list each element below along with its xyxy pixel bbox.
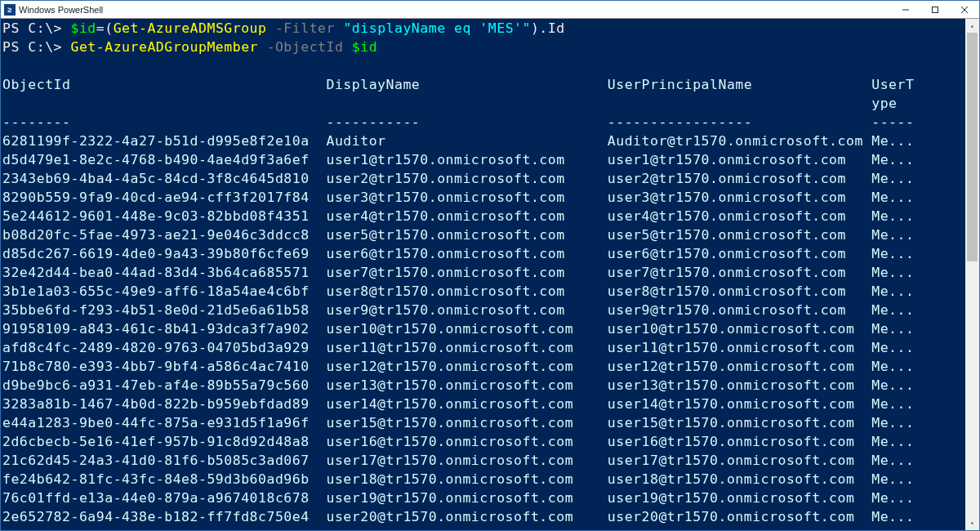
table-row: 2e652782-6a94-438e-b182-ff7fd8c750e4 use… [2,507,964,526]
table-row: afd8c4fc-2489-4820-9763-04705bd3a929 use… [2,338,964,357]
table-row: 28aa43c2-6423-408b-8678-901b19d2ac24 use… [2,526,964,530]
vertical-scrollbar[interactable]: ▴ ▾ [965,19,979,530]
table-row: d5d479e1-8e2c-4768-b490-4ae4d9f3a6ef use… [2,150,964,169]
window-titlebar[interactable]: ≥ Windows PowerShell [1,1,979,19]
minimize-button[interactable] [891,1,920,19]
powershell-window: ≥ Windows PowerShell PS C:\> $id=(Get-Az… [0,0,980,531]
app-icon: ≥ [4,4,16,16]
window-controls [891,1,979,19]
close-button[interactable] [950,1,979,19]
table-row: b08d20fc-5fae-4973-ae21-9e046c3ddcc8 use… [2,225,964,244]
table-row: d9be9bc6-a931-47eb-af4e-89b55a79c560 use… [2,376,964,395]
table-row: fe24b642-81fc-43fc-84e8-59d3b60ad96b use… [2,470,964,489]
close-icon [960,6,969,14]
table-row: 35bbe6fd-f293-4b51-8e0d-21d5e6a61b58 use… [2,301,964,319]
table-row: 71b8c780-e393-4bb7-9bf4-a586c4ac7410 use… [2,357,964,376]
table-row: d85dc267-6619-4de0-9a43-39b80f6cfe69 use… [2,244,964,263]
table-row: 3283a81b-1467-4b0d-822b-b959ebfdad89 use… [2,395,964,413]
table-row: 21c62d45-24a3-41d0-81f6-b5085c3ad067 use… [2,451,964,470]
table-row: 3b1e1a03-655c-49e9-aff6-18a54ae4c6bf use… [2,282,964,301]
table-row: 2343eb69-4ba4-4a5c-84cd-3f8c4645d810 use… [2,169,964,188]
minimize-icon [902,6,910,14]
terminal-content[interactable]: PS C:\> $id=(Get-AzureADMSGroup -Filter … [1,19,965,530]
table-row: 2d6cbecb-5e16-41ef-957b-91c8d92d48a8 use… [2,432,964,451]
scroll-down-button[interactable]: ▾ [965,516,979,530]
scroll-up-button[interactable]: ▴ [965,19,979,33]
svg-rect-0 [933,7,938,12]
maximize-button[interactable] [920,1,950,19]
window-title: Windows PowerShell [19,5,103,15]
scroll-track[interactable] [965,33,979,516]
table-row: 76c01ffd-e13a-44e0-879a-a9674018c678 use… [2,489,964,507]
scroll-thumb[interactable] [967,33,978,261]
table-row: 5e244612-9601-448e-9c03-82bbd08f4351 use… [2,207,964,225]
terminal[interactable]: PS C:\> $id=(Get-AzureADMSGroup -Filter … [1,19,979,530]
table-row: e44a1283-9be0-44fc-875a-e931d5f1a96f use… [2,413,964,432]
table-row: 6281199f-2322-4a27-b51d-d995e8f2e10a Aud… [2,132,964,150]
table-row: 91958109-a843-461c-8b41-93dca3f7a902 use… [2,319,964,338]
maximize-icon [931,6,939,14]
table-row: 32e42d44-bea0-44ad-83d4-3b64ca685571 use… [2,263,964,282]
table-row: 8290b559-9fa9-40cd-ae94-cff3f2017f84 use… [2,188,964,207]
